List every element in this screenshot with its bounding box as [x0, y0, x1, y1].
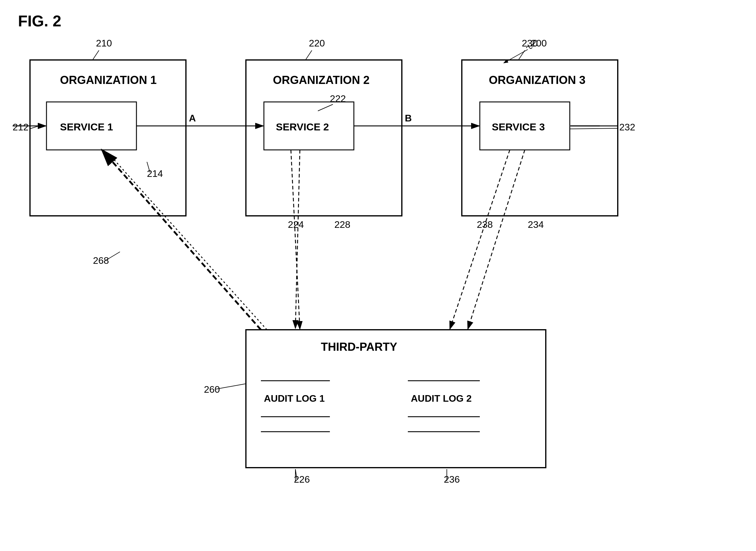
- ref-230: 230: [522, 38, 538, 49]
- ref-222: 222: [330, 93, 346, 104]
- ref-230-line: [519, 50, 525, 59]
- ref-260: 260: [204, 384, 220, 395]
- ref-260-line: [216, 384, 246, 389]
- ref-220: 220: [309, 38, 325, 49]
- service2-label: SERVICE 2: [276, 121, 329, 132]
- audit-log2-label: AUDIT LOG 2: [411, 393, 472, 404]
- diagram-svg: ORGANIZATION 1 SERVICE 1 ORGANIZATION 2 …: [0, 0, 756, 551]
- service1-label: SERVICE 1: [60, 121, 113, 132]
- org3-label: ORGANIZATION 3: [489, 74, 586, 86]
- ref-220-line: [306, 50, 312, 59]
- label-a: A: [189, 113, 196, 123]
- audit-log1-label: AUDIT LOG 1: [264, 393, 325, 404]
- ref-238: 238: [477, 219, 493, 230]
- ref-268: 268: [93, 255, 109, 266]
- org1-label: ORGANIZATION 1: [60, 74, 156, 86]
- org2-label: ORGANIZATION 2: [273, 74, 369, 86]
- ref-232: 232: [619, 122, 635, 132]
- ref-234: 234: [528, 219, 544, 230]
- ref-212: 212: [13, 122, 28, 132]
- service3-label: SERVICE 3: [492, 121, 545, 132]
- ref-236: 236: [444, 474, 460, 485]
- ref-224: 224: [288, 219, 304, 230]
- arrow-268-dotted: [108, 153, 267, 330]
- diagram-container: FIG. 2 ORGANIZATION 1 SERVICE 1 ORGANIZA…: [0, 0, 756, 551]
- third-party-label: THIRD-PARTY: [321, 341, 397, 353]
- label-b: B: [405, 113, 412, 123]
- ref-228: 228: [334, 219, 350, 230]
- ref-210: 210: [96, 38, 112, 49]
- ref-210-line: [93, 50, 99, 59]
